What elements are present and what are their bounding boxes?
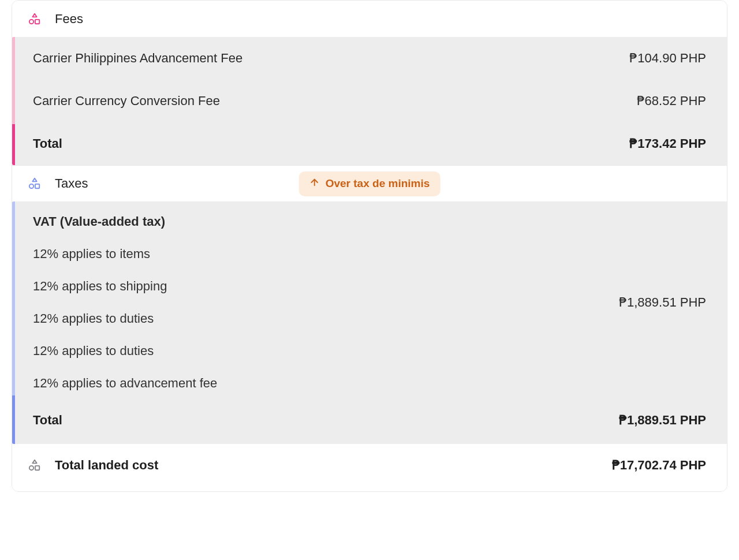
total-landed-cost-value: ₱17,702.74 PHP: [612, 458, 706, 473]
vat-subline: 12% applies to duties: [33, 344, 217, 359]
vat-subline: 12% applies to shipping: [33, 279, 217, 294]
shapes-icon: [28, 177, 41, 190]
fees-title: Fees: [55, 12, 83, 27]
taxes-total-value: ₱1,889.51 PHP: [619, 413, 706, 428]
cost-breakdown-card: Fees Carrier Philippines Advancement Fee…: [12, 0, 727, 492]
fees-total-label: Total: [33, 136, 62, 151]
fee-line-value: ₱68.52 PHP: [637, 94, 706, 109]
taxes-body: VAT (Value-added tax) 12% applies to ite…: [12, 201, 727, 444]
vat-row: VAT (Value-added tax) 12% applies to ite…: [12, 201, 727, 397]
fee-line-label: Carrier Currency Conversion Fee: [33, 94, 220, 109]
vat-subline: 12% applies to advancement fee: [33, 376, 217, 391]
arrow-up-icon: [309, 177, 320, 191]
fee-line: Carrier Currency Conversion Fee ₱68.52 P…: [12, 80, 727, 122]
shapes-icon: [28, 13, 41, 25]
fees-stripe: [12, 37, 15, 165]
fee-line: Carrier Philippines Advancement Fee ₱104…: [12, 37, 727, 80]
fees-body: Carrier Philippines Advancement Fee ₱104…: [12, 37, 727, 165]
vat-value: ₱1,889.51 PHP: [619, 295, 706, 310]
taxes-total-row: Total ₱1,889.51 PHP: [12, 397, 727, 444]
svg-point-2: [29, 184, 33, 188]
svg-rect-3: [35, 184, 39, 188]
tax-de-minimis-badge: Over tax de minimis: [299, 171, 441, 196]
svg-rect-5: [35, 466, 39, 470]
vat-left: VAT (Value-added tax) 12% applies to ite…: [33, 214, 217, 391]
total-landed-cost-label: Total landed cost: [55, 458, 158, 473]
fees-header: Fees: [12, 1, 727, 37]
taxes-title: Taxes: [55, 176, 88, 191]
fees-total-value: ₱173.42 PHP: [629, 136, 706, 151]
vat-subline: 12% applies to items: [33, 247, 217, 262]
taxes-stripe: [12, 201, 15, 444]
total-landed-cost-row: Total landed cost ₱17,702.74 PHP: [12, 444, 727, 491]
svg-rect-1: [35, 20, 39, 24]
svg-point-4: [29, 466, 33, 470]
fees-total-row: Total ₱173.42 PHP: [12, 122, 727, 165]
badge-label: Over tax de minimis: [326, 177, 430, 190]
fee-line-label: Carrier Philippines Advancement Fee: [33, 51, 242, 66]
svg-point-0: [29, 20, 33, 24]
vat-title: VAT (Value-added tax): [33, 214, 217, 229]
taxes-total-label: Total: [33, 413, 62, 428]
vat-subline: 12% applies to duties: [33, 311, 217, 326]
shapes-icon: [28, 459, 41, 472]
fee-line-value: ₱104.90 PHP: [629, 51, 706, 66]
taxes-header: Taxes Over tax de minimis: [12, 165, 727, 201]
